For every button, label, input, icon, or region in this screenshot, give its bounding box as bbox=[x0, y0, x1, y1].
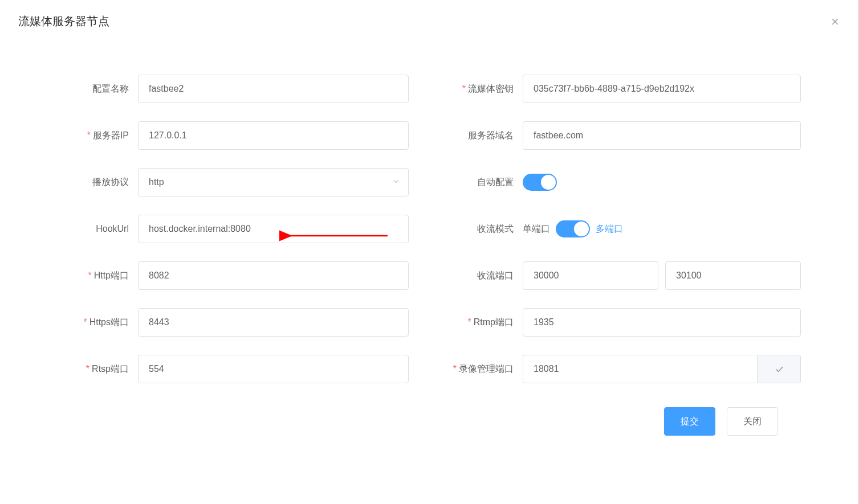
row-stream-port: 收流端口 bbox=[443, 261, 801, 290]
row-record-port: 录像管理端口 bbox=[443, 355, 801, 383]
input-https-port[interactable] bbox=[138, 308, 409, 337]
stream-mode-right-label[interactable]: 多端口 bbox=[596, 223, 623, 235]
input-media-secret[interactable] bbox=[523, 75, 801, 103]
input-server-domain[interactable] bbox=[523, 121, 801, 150]
label-hook-url: HookUrl bbox=[58, 224, 138, 234]
switch-stream-mode[interactable] bbox=[556, 220, 590, 237]
select-play-protocol-value[interactable] bbox=[138, 168, 409, 196]
row-auto-config: 自动配置 bbox=[443, 168, 801, 196]
label-rtmp-port: Rtmp端口 bbox=[443, 317, 523, 329]
form-col-right: 流媒体密钥 服务器域名 自动配置 收流模式 单端口 bbox=[443, 75, 801, 401]
submit-button[interactable]: 提交 bbox=[664, 407, 715, 436]
close-icon[interactable] bbox=[829, 16, 841, 27]
select-play-protocol[interactable] bbox=[138, 168, 409, 196]
row-server-ip: 服务器IP bbox=[58, 121, 409, 150]
label-stream-mode: 收流模式 bbox=[443, 223, 523, 235]
input-stream-port-end[interactable] bbox=[665, 261, 801, 290]
form-col-left: 配置名称 服务器IP 播放协议 bbox=[58, 75, 409, 401]
close-button[interactable]: 关闭 bbox=[727, 407, 778, 436]
input-record-port[interactable] bbox=[523, 355, 758, 383]
label-server-ip: 服务器IP bbox=[58, 130, 138, 142]
label-rtsp-port: Rtsp端口 bbox=[58, 363, 138, 375]
row-media-secret: 流媒体密钥 bbox=[443, 75, 801, 103]
dialog-footer: 提交 关闭 bbox=[18, 407, 841, 436]
row-hook-url: HookUrl bbox=[58, 215, 409, 243]
switch-auto-config[interactable] bbox=[523, 174, 557, 191]
row-config-name: 配置名称 bbox=[58, 75, 409, 103]
label-media-secret: 流媒体密钥 bbox=[443, 83, 523, 95]
input-stream-port-start[interactable] bbox=[523, 261, 658, 290]
label-stream-port: 收流端口 bbox=[443, 270, 523, 282]
row-stream-mode: 收流模式 单端口 多端口 bbox=[443, 215, 801, 243]
row-rtmp-port: Rtmp端口 bbox=[443, 308, 801, 337]
row-play-protocol: 播放协议 bbox=[58, 168, 409, 196]
label-play-protocol: 播放协议 bbox=[58, 177, 138, 189]
dialog-container: 流媒体服务器节点 配置名称 服务器IP 播 bbox=[0, 0, 859, 449]
input-rtsp-port[interactable] bbox=[138, 355, 409, 383]
row-https-port: Https端口 bbox=[58, 308, 409, 337]
stream-mode-left-label: 单端口 bbox=[523, 223, 550, 235]
row-rtsp-port: Rtsp端口 bbox=[58, 355, 409, 383]
label-server-domain: 服务器域名 bbox=[443, 130, 523, 142]
input-http-port[interactable] bbox=[138, 261, 409, 290]
input-hook-url[interactable] bbox=[138, 215, 409, 243]
dialog-title: 流媒体服务器节点 bbox=[18, 14, 109, 29]
label-config-name: 配置名称 bbox=[58, 83, 138, 95]
input-rtmp-port[interactable] bbox=[523, 308, 801, 337]
label-record-port: 录像管理端口 bbox=[443, 363, 523, 375]
label-https-port: Https端口 bbox=[58, 317, 138, 329]
dialog-header: 流媒体服务器节点 bbox=[18, 14, 841, 29]
input-config-name[interactable] bbox=[138, 75, 409, 103]
form-body: 配置名称 服务器IP 播放协议 bbox=[18, 75, 841, 401]
row-http-port: Http端口 bbox=[58, 261, 409, 290]
input-server-ip[interactable] bbox=[138, 121, 409, 150]
row-server-domain: 服务器域名 bbox=[443, 121, 801, 150]
check-icon-addon[interactable] bbox=[758, 355, 801, 383]
label-auto-config: 自动配置 bbox=[443, 177, 523, 189]
label-http-port: Http端口 bbox=[58, 270, 138, 282]
